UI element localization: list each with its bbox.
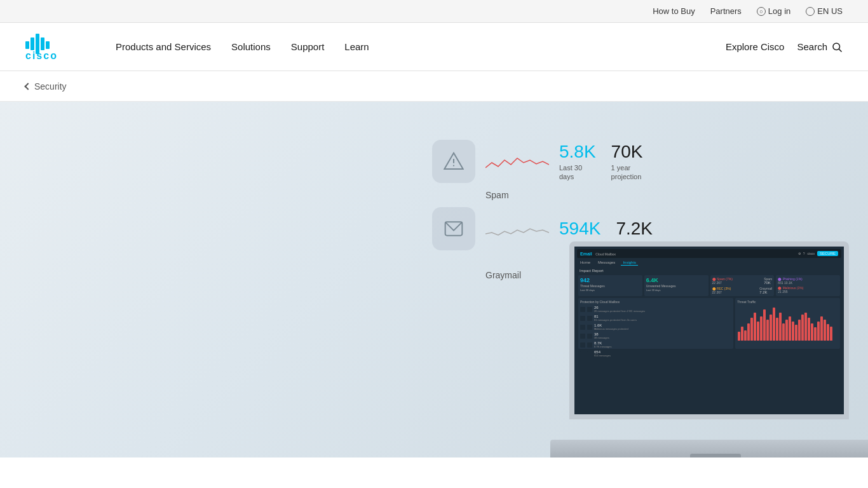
- bar-26: [817, 322, 820, 341]
- bar-3: [744, 330, 747, 341]
- chevron-left-icon: [24, 83, 31, 90]
- laptop-screen: Email Cloud Mailbox ⚙ ? cisco SECURE: [569, 241, 849, 419]
- main-nav: cisco Products and Services Solutions Su…: [0, 23, 868, 71]
- phishing-malicious-metric: ⬤ Phishing (1%) 831 10.1K ⬤ Malicious (1…: [776, 275, 840, 296]
- support-nav[interactable]: Support: [283, 36, 332, 57]
- spam-projection: 70K 1 year projection: [611, 142, 643, 182]
- bar-19: [795, 325, 797, 341]
- learn-nav[interactable]: Learn: [337, 36, 376, 57]
- laptop-screen-inner: Email Cloud Mailbox ⚙ ? cisco SECURE: [574, 247, 844, 414]
- protection-title: Protection by Cloud Mailbox: [580, 300, 731, 304]
- bottom-section: [0, 458, 868, 483]
- bar-5: [750, 318, 753, 341]
- svg-rect-4: [46, 41, 50, 49]
- dash-tabs: Home Messages Insights: [577, 260, 841, 266]
- bar-9: [763, 309, 766, 341]
- dash-metrics-row: 942 Threat Messages Last 30 days 6.4K Un…: [577, 275, 841, 296]
- bar-2: [741, 327, 743, 341]
- threat-label: Threat Messages: [580, 284, 641, 288]
- cisco-logo-svg: cisco: [25, 32, 83, 59]
- bar-11: [770, 315, 772, 341]
- unwanted-big: 6.4K: [646, 277, 707, 283]
- logo-bars: cisco: [25, 32, 83, 59]
- threat-section: Threat Traffic: [735, 298, 840, 349]
- spam-icon-box: [432, 140, 475, 183]
- bar-12: [773, 308, 775, 341]
- graymail-proj-big: 7.2K: [759, 290, 772, 294]
- bar-7: [757, 322, 759, 341]
- protection-section: Protection by Cloud Mailbox 26 26 messag…: [578, 298, 733, 349]
- bar-30: [830, 327, 832, 341]
- bar-16: [785, 320, 788, 341]
- svg-rect-3: [41, 37, 44, 50]
- spam-chart: [485, 149, 549, 174]
- spam-metric-detail: ⬤ Spam (7%) 22 267 Spam 70K: [710, 275, 775, 296]
- bar-1: [738, 332, 740, 341]
- bar-15: [782, 323, 785, 341]
- laptop-base: [550, 440, 868, 458]
- graymail-label: Graymail: [485, 270, 521, 280]
- dash-header: Email Cloud Mailbox ⚙ ? cisco SECURE: [577, 249, 841, 258]
- prot-row-4: 38 38 messages: [580, 332, 731, 339]
- threat-traffic-title: Threat Traffic: [737, 300, 838, 304]
- search-button[interactable]: Search: [797, 41, 843, 53]
- bar-28: [824, 320, 826, 341]
- bar-14: [779, 313, 782, 341]
- dash-title: Email: [580, 252, 592, 256]
- svg-point-6: [833, 43, 840, 50]
- explore-cisco-link[interactable]: Explore Cisco: [726, 41, 785, 52]
- impact-title: Impact Report: [577, 268, 841, 274]
- bar-8: [760, 316, 763, 341]
- laptop-mockup: Email Cloud Mailbox ⚙ ? cisco SECURE: [550, 241, 868, 458]
- globe-icon: [806, 7, 815, 16]
- unwanted-metric: 6.4K Unwanted Messages Last 30 days: [644, 275, 709, 296]
- bar-6: [754, 313, 756, 341]
- unwanted-label: Unwanted Messages: [646, 284, 707, 288]
- mail-icon: [444, 219, 464, 239]
- spam-proj-big: 70K: [764, 281, 772, 285]
- solutions-nav[interactable]: Solutions: [224, 36, 278, 57]
- language-selector[interactable]: EN US: [806, 6, 843, 16]
- spam-label: Spam: [485, 190, 509, 200]
- products-services-nav[interactable]: Products and Services: [108, 36, 219, 57]
- how-to-buy-link[interactable]: How to Buy: [653, 6, 695, 16]
- bar-13: [776, 318, 778, 341]
- user-icon: ○: [757, 7, 766, 16]
- threat-metric: 942 Threat Messages Last 30 days: [578, 275, 642, 296]
- graymail-numbers: 594K: [559, 219, 600, 239]
- bar-27: [820, 316, 823, 341]
- breadcrumb: Security: [0, 71, 868, 102]
- graymail-icon-box: [432, 207, 475, 250]
- nav-right: Explore Cisco Search: [726, 41, 843, 53]
- bar-24: [811, 323, 813, 341]
- partners-link[interactable]: Partners: [710, 6, 742, 16]
- dash-tab-home: Home: [578, 260, 592, 266]
- laptop-notch: [690, 454, 741, 458]
- prot-row-3: 1.6K Malicious messages protected: [580, 323, 731, 330]
- svg-point-9: [453, 165, 454, 166]
- svg-rect-0: [25, 41, 29, 49]
- hero-section: 5.8K Last 30 days 70K 1 year projection …: [0, 102, 868, 458]
- dash-bottom: Protection by Cloud Mailbox 26 26 messag…: [577, 298, 841, 349]
- spam-numbers: 5.8K Last 30 days: [559, 142, 596, 182]
- dash-tab-insights: Insights: [621, 260, 638, 266]
- cisco-logo[interactable]: cisco: [25, 32, 83, 62]
- dash-tab-messages: Messages: [596, 260, 617, 266]
- bar-4: [747, 323, 750, 341]
- security-breadcrumb[interactable]: Security: [25, 81, 67, 92]
- svg-line-7: [839, 49, 841, 51]
- bar-29: [827, 324, 829, 341]
- prot-row-1: 26 26 messages protected from 2 BC messa…: [580, 306, 731, 313]
- prot-row-5: 8.7K 8.7K messages: [580, 341, 731, 348]
- search-icon: [831, 41, 843, 53]
- warning-icon: [444, 151, 464, 172]
- secure-badge: SECURE: [817, 251, 838, 256]
- top-bar: How to Buy Partners ○ Log in EN US: [0, 0, 868, 23]
- graymail-projection: 7.2K: [616, 219, 653, 239]
- login-link[interactable]: ○ Log in: [757, 6, 790, 16]
- svg-rect-1: [31, 37, 34, 50]
- bar-23: [808, 318, 810, 341]
- bar-18: [792, 322, 794, 341]
- nav-links: Products and Services Solutions Support …: [108, 36, 726, 57]
- laptop-wrapper: Email Cloud Mailbox ⚙ ? cisco SECURE: [550, 241, 868, 458]
